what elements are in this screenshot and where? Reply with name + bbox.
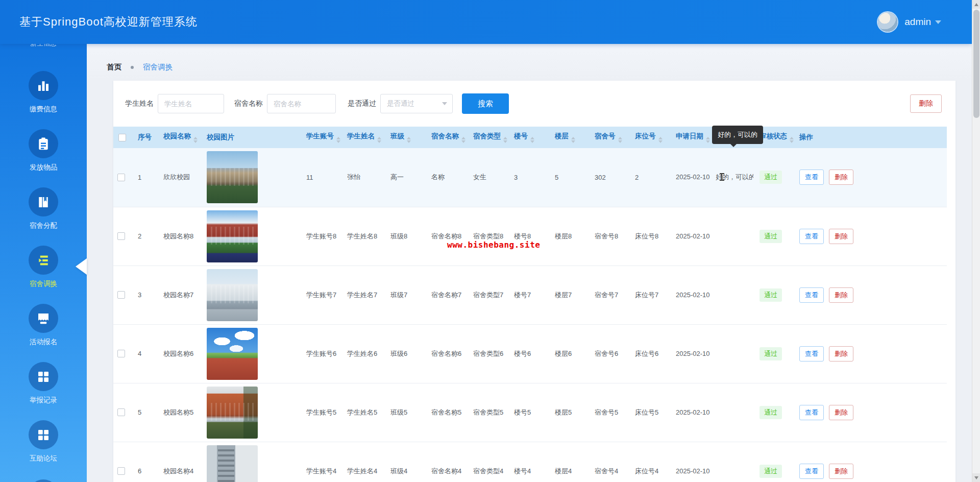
- row-checkbox[interactable]: [117, 174, 125, 181]
- sidebar-item-缴费信息[interactable]: 缴费信息: [0, 71, 87, 114]
- column-header-宿舍类型[interactable]: 宿舍类型: [469, 127, 510, 148]
- column-header-checkbox: [113, 127, 134, 148]
- column-header-申请日期[interactable]: 申请日期: [672, 127, 712, 148]
- cell-actions: 查看删除: [795, 442, 947, 482]
- sidebar-item-宿舍分配[interactable]: 宿舍分配: [0, 187, 87, 230]
- pass-filter-label: 是否通过: [348, 99, 376, 108]
- sidebar-item-label: 宿舍调换: [30, 279, 57, 288]
- bulk-delete-button[interactable]: 删除: [910, 94, 942, 113]
- cell-dorm-type: 宿舍类型7: [469, 266, 510, 324]
- column-header-校园名称[interactable]: 校园名称: [159, 127, 203, 148]
- cell-campus-image: [203, 442, 302, 482]
- sidebar-item-label: 活动报名: [30, 338, 57, 347]
- column-header-班级[interactable]: 班级: [386, 127, 427, 148]
- user-menu[interactable]: admin: [878, 12, 941, 32]
- breadcrumb-home[interactable]: 首页: [107, 62, 121, 72]
- cell-building-no: 楼号7: [510, 266, 551, 324]
- sort-icon[interactable]: [193, 137, 198, 143]
- cell-campus-image: [203, 324, 302, 383]
- view-button[interactable]: 查看: [799, 405, 824, 420]
- sort-icon[interactable]: [377, 137, 381, 143]
- row-checkbox[interactable]: [117, 467, 125, 475]
- column-header-宿舍号[interactable]: 宿舍号: [591, 127, 631, 148]
- sort-icon[interactable]: [658, 137, 663, 143]
- sidebar-items: 缴费信息发放物品宿舍分配宿舍调换活动报名举报记录互助论坛: [0, 71, 87, 478]
- view-button[interactable]: 查看: [799, 287, 824, 303]
- delete-button[interactable]: 删除: [829, 287, 853, 303]
- search-button[interactable]: 搜索: [462, 93, 509, 114]
- view-button[interactable]: 查看: [799, 229, 824, 244]
- sidebar-item-宿舍调换[interactable]: 宿舍调换: [0, 246, 87, 288]
- select-all-checkbox[interactable]: [118, 134, 126, 141]
- sort-icon[interactable]: [618, 137, 622, 143]
- view-button[interactable]: 查看: [799, 170, 824, 185]
- cell-class: 班级6: [386, 324, 427, 383]
- filter-row: 学生姓名 宿舍名称 是否通过 是否通过 搜索 删除: [113, 81, 955, 114]
- sort-icon[interactable]: [790, 137, 794, 143]
- table-row: 2校园名称8学生账号8学生姓名8班级8宿舍名称8宿舍类型8楼号8楼层8宿舍号8床…: [113, 207, 947, 266]
- cell-student-account: 学生账号6: [302, 324, 343, 383]
- cell-room-no: 宿舍号4: [591, 442, 631, 482]
- row-checkbox[interactable]: [117, 291, 125, 299]
- breadcrumb-current[interactable]: 宿舍调换: [143, 62, 173, 72]
- row-checkbox-cell: [113, 442, 134, 482]
- app-title: 基于SpringBoot高校迎新管理系统: [19, 14, 198, 30]
- cell-campus-name: 校园名称6: [159, 324, 203, 383]
- content-panel: 学生姓名 宿舍名称 是否通过 是否通过 搜索 删除 序号校园名称校园图片学生账号…: [113, 81, 955, 482]
- sort-icon[interactable]: [336, 137, 340, 143]
- scroll-up-button[interactable]: [972, 0, 980, 9]
- view-button[interactable]: 查看: [799, 346, 824, 362]
- campus-photo-glass-building: [207, 269, 258, 321]
- sidebar-item-举报记录[interactable]: 举报记录: [0, 362, 87, 405]
- row-checkbox-cell: [113, 266, 134, 324]
- delete-button[interactable]: 删除: [829, 464, 853, 479]
- row-checkbox[interactable]: [117, 350, 125, 357]
- delete-button[interactable]: 删除: [829, 346, 853, 362]
- column-header-学生账号[interactable]: 学生账号: [302, 127, 343, 148]
- scrollbar-thumb[interactable]: [973, 10, 979, 118]
- column-header-宿舍名称[interactable]: 宿舍名称: [427, 127, 469, 148]
- cell-student-account: 学生账号4: [302, 442, 343, 482]
- cell-index: 2: [134, 207, 159, 266]
- sidebar-item-发放物品[interactable]: 发放物品: [0, 129, 87, 172]
- cell-building-no: 楼号6: [510, 324, 551, 383]
- cell-floor: 楼层7: [551, 266, 591, 324]
- row-checkbox-cell: [113, 383, 134, 442]
- sidebar-item-partial-bottom[interactable]: [29, 479, 58, 482]
- cell-index: 1: [134, 148, 159, 207]
- tooltip: 好的，可以的: [712, 126, 763, 144]
- cell-campus-image: [203, 383, 302, 442]
- cell-dorm-name: 宿舍名称6: [427, 324, 469, 383]
- column-header-楼层[interactable]: 楼层: [551, 127, 591, 148]
- sort-icon[interactable]: [571, 137, 575, 143]
- sort-icon[interactable]: [461, 137, 465, 143]
- dorm-name-input[interactable]: [267, 94, 336, 113]
- sort-icon[interactable]: [530, 137, 534, 143]
- sidebar-item-label: 互助论坛: [30, 454, 57, 463]
- row-checkbox[interactable]: [117, 232, 125, 240]
- sort-icon[interactable]: [503, 137, 507, 143]
- row-checkbox[interactable]: [117, 408, 125, 416]
- delete-button[interactable]: 删除: [829, 170, 853, 185]
- cell-actions: 查看删除: [795, 383, 947, 442]
- cell-dorm-name: 宿舍名称7: [427, 266, 469, 324]
- column-header-床位号[interactable]: 床位号: [631, 127, 672, 148]
- column-header-楼号[interactable]: 楼号: [510, 127, 551, 148]
- sort-icon[interactable]: [407, 137, 411, 143]
- delete-button[interactable]: 删除: [829, 229, 853, 244]
- table-row: 1欣欣校园11张怡高一名称女生3530222025-02-10好的，可以的通过查…: [113, 148, 947, 207]
- vertical-scrollbar[interactable]: [972, 0, 980, 482]
- view-button[interactable]: 查看: [799, 464, 824, 479]
- cell-review-status: 通过: [755, 266, 795, 324]
- cell-student-account: 11: [302, 148, 343, 207]
- status-badge: 通过: [760, 288, 782, 302]
- delete-button[interactable]: 删除: [829, 405, 853, 420]
- scroll-down-button[interactable]: [972, 473, 980, 482]
- column-header-学生姓名[interactable]: 学生姓名: [343, 127, 386, 148]
- cell-review-status: 通过: [755, 207, 795, 266]
- sidebar-item-互助论坛[interactable]: 互助论坛: [0, 420, 87, 463]
- student-name-input[interactable]: [158, 94, 224, 113]
- sidebar-item-活动报名[interactable]: 活动报名: [0, 304, 87, 347]
- pass-filter-select[interactable]: 是否通过: [380, 94, 453, 113]
- sort-icon[interactable]: [706, 137, 710, 143]
